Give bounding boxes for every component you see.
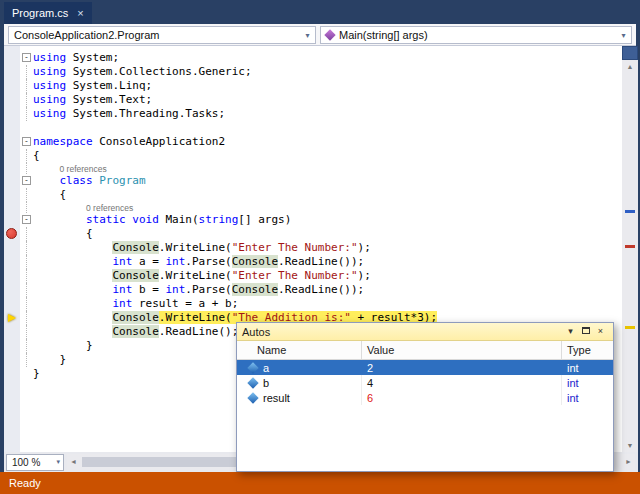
editor-line[interactable]: 0 references: [4, 163, 622, 174]
outlining-margin[interactable]: [20, 339, 33, 353]
collapse-toggle-icon[interactable]: -: [22, 137, 31, 146]
outlining-margin[interactable]: [20, 311, 33, 325]
scroll-right-icon[interactable]: ►: [622, 454, 635, 470]
breakpoint-gutter[interactable]: [4, 51, 20, 65]
code-text[interactable]: using System;: [33, 51, 119, 65]
collapse-toggle-icon[interactable]: -: [22, 215, 31, 224]
codelens-references[interactable]: 0 references: [60, 164, 107, 174]
breakpoint-gutter[interactable]: [4, 65, 20, 79]
editor-line[interactable]: int a = int.Parse(Console.ReadLine());: [4, 255, 622, 269]
editor-line[interactable]: {: [4, 149, 622, 163]
breakpoint-gutter[interactable]: [4, 213, 20, 227]
horizontal-scrollbar-thumb[interactable]: [82, 457, 252, 467]
outlining-margin[interactable]: [20, 107, 33, 121]
outlining-margin[interactable]: [20, 149, 33, 163]
member-dropdown[interactable]: Main(string[] args) ▾: [320, 26, 632, 44]
code-text[interactable]: {: [33, 149, 40, 163]
breakpoint-icon[interactable]: [6, 228, 17, 239]
outlining-margin[interactable]: -: [20, 51, 33, 65]
breakpoint-gutter[interactable]: [4, 107, 20, 121]
codelens-references[interactable]: 0 references: [86, 203, 133, 213]
outlining-margin[interactable]: [20, 255, 33, 269]
outlining-margin[interactable]: [20, 121, 33, 135]
outlining-margin[interactable]: [20, 353, 33, 367]
column-header-value[interactable]: Value: [361, 341, 561, 359]
editor-line[interactable]: 0 references: [4, 202, 622, 213]
autos-titlebar[interactable]: Autos ▾ ×: [237, 323, 613, 341]
scroll-up-icon[interactable]: ▲: [622, 60, 638, 73]
autos-row[interactable]: a2int: [237, 360, 613, 375]
chevron-down-icon[interactable]: ▾: [300, 31, 315, 40]
outlining-margin[interactable]: -: [20, 135, 33, 149]
editor-line[interactable]: int b = int.Parse(Console.ReadLine());: [4, 283, 622, 297]
scroll-down-icon[interactable]: ▼: [622, 439, 638, 452]
code-text[interactable]: }: [33, 353, 66, 367]
breakpoint-gutter[interactable]: [4, 297, 20, 311]
code-text[interactable]: {: [33, 227, 93, 241]
autos-row[interactable]: b4int: [237, 375, 613, 390]
zoom-dropdown[interactable]: 100 % ▾: [6, 454, 64, 471]
close-icon[interactable]: ×: [77, 8, 83, 19]
vertical-scrollbar[interactable]: ▲ ▼: [622, 60, 638, 452]
code-text[interactable]: class Program: [33, 174, 146, 188]
code-text[interactable]: using System.Threading.Tasks;: [33, 107, 225, 121]
editor-line[interactable]: -using System;: [4, 51, 622, 65]
autos-row[interactable]: result6int: [237, 390, 613, 405]
outlining-margin[interactable]: [20, 93, 33, 107]
editor-line[interactable]: using System.Collections.Generic;: [4, 65, 622, 79]
editor-line[interactable]: {: [4, 227, 622, 241]
editor-line[interactable]: using System.Text;: [4, 93, 622, 107]
code-text[interactable]: using System.Collections.Generic;: [33, 65, 252, 79]
outlining-margin[interactable]: [20, 241, 33, 255]
editor-line[interactable]: Console.WriteLine("Enter The Number:");: [4, 269, 622, 283]
code-text[interactable]: 0 references: [33, 163, 107, 174]
column-header-name[interactable]: Name: [237, 341, 361, 359]
breakpoint-gutter[interactable]: [4, 174, 20, 188]
breakpoint-gutter[interactable]: [4, 241, 20, 255]
window-position-icon[interactable]: ▾: [563, 324, 578, 339]
outlining-margin[interactable]: [20, 269, 33, 283]
outlining-margin[interactable]: [20, 325, 33, 339]
breakpoint-gutter[interactable]: [4, 283, 20, 297]
breakpoint-gutter[interactable]: [4, 202, 20, 213]
code-text[interactable]: int result = a + b;: [33, 297, 238, 311]
outlining-margin[interactable]: -: [20, 174, 33, 188]
code-text[interactable]: using System.Text;: [33, 93, 152, 107]
collapse-toggle-icon[interactable]: -: [22, 53, 31, 62]
outlining-margin[interactable]: [20, 227, 33, 241]
breakpoint-gutter[interactable]: [4, 163, 20, 174]
editor-line[interactable]: using System.Threading.Tasks;: [4, 107, 622, 121]
code-text[interactable]: }: [33, 339, 93, 353]
outlining-margin[interactable]: [20, 367, 33, 381]
breakpoint-gutter[interactable]: [4, 121, 20, 135]
editor-line[interactable]: [4, 121, 622, 135]
chevron-down-icon[interactable]: ▾: [616, 31, 631, 40]
breakpoint-gutter[interactable]: [4, 339, 20, 353]
breakpoint-gutter[interactable]: [4, 149, 20, 163]
editor-line[interactable]: {: [4, 188, 622, 202]
code-text[interactable]: }: [33, 367, 40, 381]
code-text[interactable]: 0 references: [33, 202, 133, 213]
outlining-margin[interactable]: [20, 65, 33, 79]
chevron-down-icon[interactable]: ▾: [56, 458, 63, 466]
breakpoint-gutter[interactable]: [4, 367, 20, 381]
editor-line[interactable]: using System.Linq;: [4, 79, 622, 93]
code-text[interactable]: int a = int.Parse(Console.ReadLine());: [33, 255, 364, 269]
float-window-icon[interactable]: [578, 324, 593, 339]
breakpoint-gutter[interactable]: [4, 188, 20, 202]
breakpoint-gutter[interactable]: [4, 269, 20, 283]
breakpoint-gutter[interactable]: [4, 135, 20, 149]
code-text[interactable]: Console.WriteLine("Enter The Number:");: [33, 241, 371, 255]
breakpoint-gutter[interactable]: [4, 255, 20, 269]
code-text[interactable]: int b = int.Parse(Console.ReadLine());: [33, 283, 364, 297]
outlining-margin[interactable]: [20, 202, 33, 213]
breakpoint-gutter[interactable]: [4, 311, 20, 325]
type-dropdown[interactable]: ConsoleApplication2.Program ▾: [8, 26, 316, 44]
code-text[interactable]: using System.Linq;: [33, 79, 152, 93]
breakpoint-gutter[interactable]: [4, 353, 20, 367]
collapse-toggle-icon[interactable]: -: [22, 176, 31, 185]
outlining-margin[interactable]: [20, 297, 33, 311]
outlining-margin[interactable]: [20, 163, 33, 174]
column-header-type[interactable]: Type: [561, 341, 613, 359]
scroll-left-icon[interactable]: ◄: [67, 454, 80, 470]
